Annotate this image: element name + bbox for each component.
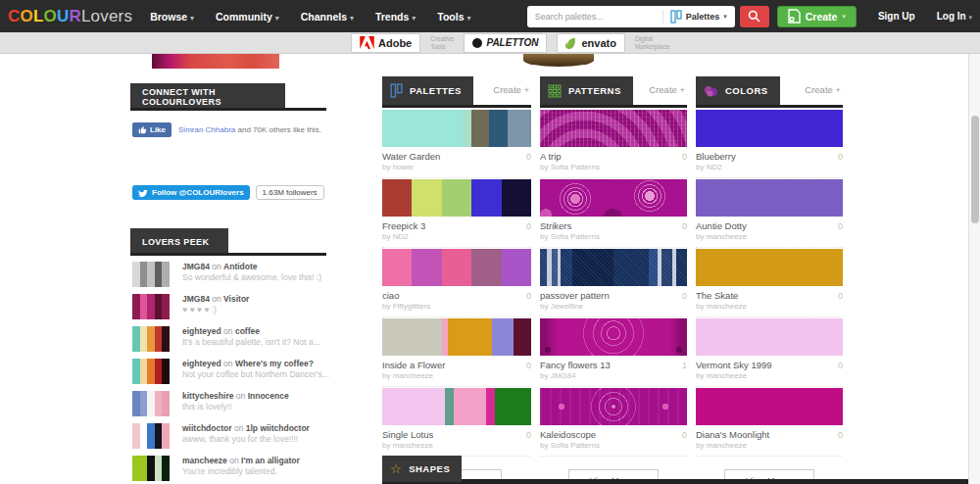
twitter-followers-count[interactable]: 1.63M followers bbox=[256, 185, 324, 200]
sponsor-envato[interactable]: envato bbox=[557, 33, 624, 53]
shapes-tab[interactable]: ☆ SHAPES bbox=[382, 456, 462, 482]
scrollbar-thumb[interactable] bbox=[971, 116, 979, 223]
color-item[interactable]: Auntie Dotty0 by mancheeze bbox=[696, 179, 843, 248]
pattern-author[interactable]: by Sofia Patterns bbox=[540, 162, 687, 178]
pattern-item[interactable]: Fancy flowers 131 by JMG84 bbox=[540, 318, 687, 387]
sponsor-bar: Adobe CreativeTools PALETTON envato Digi… bbox=[0, 32, 980, 54]
facebook-user-link[interactable]: Simran Chhabra bbox=[178, 125, 235, 134]
color-title[interactable]: Auntie Dotty bbox=[696, 220, 747, 231]
pattern-item[interactable]: Kaleidoscope0 by Sofia Patterns bbox=[540, 388, 687, 457]
palette-item[interactable]: Freepick 30 by ND2 bbox=[382, 179, 531, 248]
menu-community[interactable]: Community ▾ bbox=[216, 11, 279, 23]
color-item[interactable]: Vermont Sky 19990 by mancheeze bbox=[696, 318, 843, 387]
pattern-preview bbox=[540, 179, 687, 217]
main-menu: Browse ▾ Community ▾ Channels ▾ Trends ▾… bbox=[150, 11, 470, 23]
color-item[interactable]: Diana's Moonlight0 by mancheeze bbox=[696, 388, 843, 457]
pattern-item[interactable]: passover pattern0 by Jewelfine bbox=[540, 249, 687, 317]
color-item[interactable]: The Skate0 by mancheeze bbox=[696, 249, 843, 317]
color-author[interactable]: by mancheeze bbox=[696, 370, 843, 387]
color-author[interactable]: by mancheeze bbox=[696, 440, 843, 457]
peek-thumbnail bbox=[132, 423, 170, 449]
palette-author[interactable]: by howie bbox=[382, 162, 531, 178]
site-logo[interactable]: COLOURLovers bbox=[8, 7, 132, 26]
palette-author[interactable]: by Fiftyglitters bbox=[382, 301, 531, 317]
palette-item[interactable]: Water Garden0 by howie bbox=[382, 110, 531, 178]
facebook-like-button[interactable]: Like bbox=[132, 122, 172, 137]
palette-item[interactable]: Single Lotus0 by mancheeze bbox=[382, 388, 531, 457]
peek-title[interactable]: Visitor bbox=[223, 294, 249, 304]
patterns-create-link[interactable]: Create + bbox=[649, 84, 685, 95]
log-in-link[interactable]: Log In ▾ bbox=[937, 11, 972, 22]
palettes-tab[interactable]: PALETTES bbox=[382, 76, 473, 105]
menu-trends[interactable]: Trends ▾ bbox=[375, 11, 416, 23]
palette-author[interactable]: by mancheeze bbox=[382, 370, 531, 387]
color-title[interactable]: Blueberry bbox=[696, 151, 736, 162]
pattern-item[interactable]: A trip0 by Sofia Patterns bbox=[540, 110, 687, 178]
palette-author[interactable]: by mancheeze bbox=[382, 440, 531, 457]
pattern-title[interactable]: passover pattern bbox=[540, 290, 610, 301]
peek-title[interactable]: Where's my coffee? bbox=[235, 359, 314, 368]
palette-title[interactable]: Water Garden bbox=[382, 151, 440, 162]
twitter-follow-button[interactable]: Follow @COLOURlovers bbox=[132, 185, 250, 200]
peek-item[interactable]: JMG84 on Visitor♥ ♥ ♥ ♥ :) bbox=[132, 294, 361, 319]
connect-header-underline bbox=[130, 108, 326, 111]
palette-item[interactable]: ciao0 by Fiftyglitters bbox=[382, 249, 531, 317]
peek-user[interactable]: JMG84 bbox=[182, 262, 210, 271]
palette-title[interactable]: Single Lotus bbox=[382, 429, 433, 440]
color-title[interactable]: Diana's Moonlight bbox=[696, 429, 769, 440]
palette-author[interactable]: by ND2 bbox=[382, 231, 531, 248]
peek-user[interactable]: mancheeze bbox=[182, 456, 227, 465]
peek-user[interactable]: eighteyed bbox=[182, 326, 221, 336]
menu-channels[interactable]: Channels ▾ bbox=[301, 11, 354, 23]
peek-title[interactable]: 1lp wiitchdoctor bbox=[246, 423, 310, 433]
sponsor-adobe[interactable]: Adobe bbox=[351, 33, 420, 53]
peek-thumbnail bbox=[132, 456, 170, 481]
peek-title[interactable]: Innocence bbox=[248, 391, 289, 401]
color-author[interactable]: by mancheeze bbox=[696, 301, 843, 317]
color-title[interactable]: The Skate bbox=[696, 290, 738, 301]
page-scrollbar[interactable] bbox=[968, 54, 980, 484]
search-button[interactable] bbox=[740, 6, 769, 27]
pattern-title[interactable]: A trip bbox=[540, 151, 562, 162]
menu-tools[interactable]: Tools ▾ bbox=[437, 11, 470, 23]
color-author[interactable]: by ND2 bbox=[696, 162, 843, 178]
peek-user[interactable]: kittycheshire bbox=[182, 391, 233, 401]
create-button[interactable]: Create ▾ bbox=[777, 6, 857, 27]
search-filter-dropdown[interactable]: Palettes ▾ bbox=[662, 10, 727, 24]
color-author[interactable]: by mancheeze bbox=[696, 231, 843, 248]
color-title[interactable]: Vermont Sky 1999 bbox=[696, 360, 772, 370]
pattern-author[interactable]: by Sofia Patterns bbox=[540, 440, 687, 457]
colors-create-link[interactable]: Create + bbox=[805, 84, 841, 95]
pattern-title[interactable]: Fancy flowers 13 bbox=[540, 360, 611, 370]
peek-item[interactable]: eighteyed on coffeeIt's a beautiful pale… bbox=[132, 326, 361, 352]
peek-item[interactable]: kittycheshire on Innocencethis is lovely… bbox=[132, 391, 361, 416]
peek-item[interactable]: JMG84 on AntidoteSo wonderful & awesome,… bbox=[132, 262, 361, 287]
palettes-create-link[interactable]: Create + bbox=[493, 84, 529, 95]
peek-user[interactable]: wiitchdoctor bbox=[182, 423, 232, 433]
menu-browse[interactable]: Browse ▾ bbox=[150, 11, 194, 23]
peek-title[interactable]: coffee bbox=[235, 326, 260, 336]
peek-title[interactable]: I'm an alligator bbox=[241, 456, 300, 465]
pattern-item[interactable]: Strikers0 by Sofia Patterns bbox=[540, 179, 687, 248]
search-input[interactable] bbox=[535, 12, 633, 22]
palette-title[interactable]: Freepick 3 bbox=[382, 220, 425, 231]
pattern-title[interactable]: Kaleidoscope bbox=[540, 429, 596, 440]
peek-user[interactable]: JMG84 bbox=[182, 294, 210, 304]
peek-item[interactable]: wiitchdoctor on 1lp wiitchdoctorawww, th… bbox=[132, 423, 361, 449]
colors-tab[interactable]: COLORS bbox=[696, 76, 780, 105]
peek-item[interactable]: eighteyed on Where's my coffee?Not your … bbox=[132, 359, 361, 384]
sign-up-link[interactable]: Sign Up bbox=[878, 11, 915, 22]
palette-title[interactable]: Inside a Flower bbox=[382, 360, 445, 370]
palette-title[interactable]: ciao bbox=[382, 290, 399, 301]
sponsor-paletton[interactable]: PALETTON bbox=[464, 33, 547, 53]
color-item[interactable]: Blueberry0 by ND2 bbox=[696, 110, 843, 178]
pattern-author[interactable]: by Jewelfine bbox=[540, 301, 687, 317]
pattern-author[interactable]: by Sofia Patterns bbox=[540, 231, 687, 248]
palette-item[interactable]: Inside a Flower0 by mancheeze bbox=[382, 318, 531, 387]
peek-title[interactable]: Antidote bbox=[223, 262, 257, 271]
peek-item[interactable]: mancheeze on I'm an alligatorYou're incr… bbox=[132, 456, 361, 481]
peek-user[interactable]: eighteyed bbox=[182, 359, 221, 368]
pattern-author[interactable]: by JMG84 bbox=[540, 370, 687, 387]
pattern-title[interactable]: Strikers bbox=[540, 220, 571, 231]
patterns-tab[interactable]: PATTERNS bbox=[540, 76, 633, 105]
